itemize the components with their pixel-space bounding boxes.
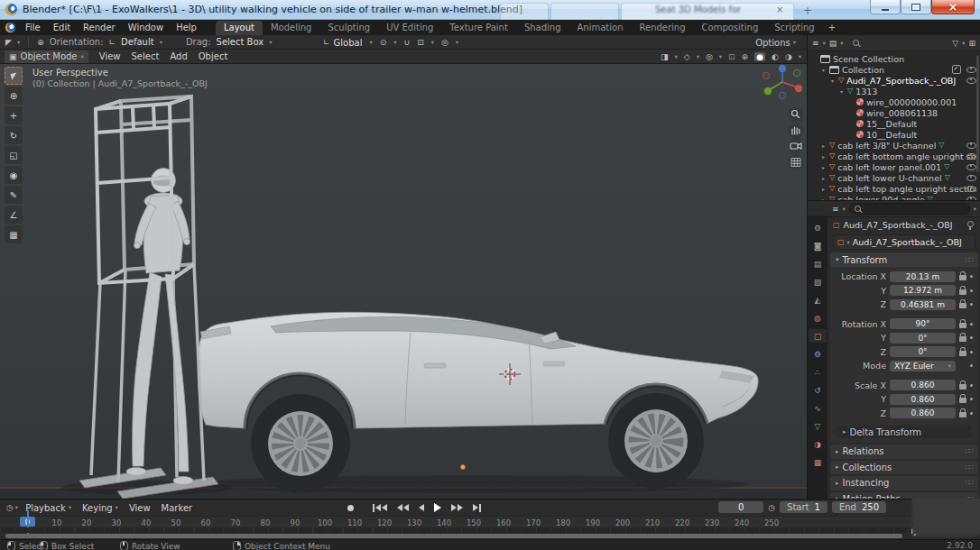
next-keyframe-button[interactable] bbox=[449, 501, 465, 514]
minimize-button[interactable] bbox=[870, 0, 901, 14]
lock-icon[interactable] bbox=[959, 398, 966, 403]
timeline-menu-marker[interactable]: Marker bbox=[156, 502, 199, 514]
maximize-button[interactable] bbox=[901, 0, 931, 14]
timeline-scrollbar[interactable] bbox=[5, 534, 902, 538]
timeline-menu-playback[interactable]: Playback▾ bbox=[20, 502, 77, 514]
menu-file[interactable]: File bbox=[19, 22, 47, 33]
y-field[interactable]: 12.972 m bbox=[890, 285, 956, 296]
scale-x-field[interactable]: 0.860 bbox=[890, 380, 956, 390]
properties-tab-object[interactable]: ▢ bbox=[809, 329, 827, 343]
delta-transform-subpanel[interactable]: ▸ Delta Transform bbox=[837, 426, 971, 438]
animate-property-dot[interactable] bbox=[970, 289, 973, 292]
hide-in-viewport-icon[interactable] bbox=[966, 78, 976, 84]
snap-target-icon[interactable]: ⊡ bbox=[417, 38, 424, 47]
toggle-ortho-grid-button[interactable] bbox=[788, 154, 804, 170]
disclosure-open-icon[interactable]: ▾ bbox=[829, 78, 836, 84]
animate-property-dot[interactable] bbox=[970, 275, 973, 278]
camera-view-button[interactable] bbox=[788, 138, 804, 154]
lock-icon[interactable] bbox=[959, 323, 966, 328]
gizmos-icon[interactable]: ◇ bbox=[684, 52, 690, 61]
close-button[interactable]: × bbox=[931, 0, 975, 14]
x-axis-handle[interactable] bbox=[795, 85, 802, 92]
measure-tool[interactable]: ∠ bbox=[5, 206, 23, 224]
rotate-tool[interactable]: ↻ bbox=[5, 126, 23, 144]
start-frame-field[interactable]: Start 1 bbox=[780, 501, 827, 513]
viewport-menu-select[interactable]: Select bbox=[126, 50, 165, 62]
outliner-row[interactable]: 10__Default bbox=[808, 129, 980, 140]
object-type-visibility-icon[interactable]: ◨ bbox=[661, 52, 669, 61]
workspace-tab-shading[interactable]: Shading bbox=[516, 21, 569, 35]
workspace-tab-scripting[interactable]: Scripting bbox=[766, 21, 822, 35]
mode-dropdown[interactable]: ▣ Object Mode ▾ bbox=[5, 50, 88, 63]
y-field[interactable]: 0° bbox=[890, 333, 956, 344]
filter-icon[interactable]: ▽ bbox=[952, 39, 958, 48]
mode-dropdown[interactable]: XYZ Euler▾ bbox=[890, 361, 956, 371]
chevron-down-icon[interactable]: ▾ bbox=[974, 206, 976, 213]
blender-app-icon[interactable] bbox=[5, 23, 15, 32]
animate-property-dot[interactable] bbox=[970, 412, 973, 415]
search-icon[interactable] bbox=[853, 40, 859, 46]
properties-tab-data[interactable]: ▽ bbox=[809, 419, 827, 433]
timeline-ruler[interactable]: 1020304050607080901001101201301401501601… bbox=[0, 516, 911, 528]
lock-icon[interactable] bbox=[959, 275, 966, 280]
outliner-row[interactable]: wire_000000000.001 bbox=[808, 96, 980, 107]
play-button[interactable] bbox=[432, 501, 443, 514]
outliner-row[interactable]: Scene Collection bbox=[808, 53, 980, 64]
annotate-tool[interactable]: ✎ bbox=[5, 186, 23, 204]
hide-in-viewport-icon[interactable] bbox=[966, 67, 976, 73]
jump-to-start-button[interactable] bbox=[371, 501, 389, 514]
hide-in-viewport-icon[interactable] bbox=[966, 153, 976, 160]
transform-tool[interactable]: ◉ bbox=[5, 166, 23, 184]
editor-type-icon[interactable]: ≡ bbox=[812, 39, 819, 48]
properties-search-input[interactable] bbox=[849, 203, 970, 215]
scrollbar-thumb[interactable] bbox=[5, 534, 902, 538]
panel-collections[interactable]: ▸Collections∷∷ bbox=[830, 461, 978, 475]
transform-panel-header[interactable]: ▾ Transform ∷∷ bbox=[830, 252, 978, 267]
rendered-shading-icon[interactable]: ◑ bbox=[785, 52, 792, 61]
timeline-menu-view[interactable]: View bbox=[124, 502, 156, 514]
properties-tab-output[interactable]: ▤ bbox=[809, 257, 827, 270]
timeline-channel-strip[interactable] bbox=[0, 527, 911, 533]
wireframe-shading-icon[interactable]: ⊕ bbox=[742, 52, 749, 61]
outliner-row[interactable]: ▸▽cab left lower U-channel▽ bbox=[808, 172, 980, 183]
drag-value[interactable]: Select Box bbox=[217, 37, 264, 47]
zoom-button[interactable] bbox=[788, 106, 804, 123]
add-workspace-button[interactable]: + bbox=[823, 21, 841, 35]
title-bar[interactable]: Blender* [C:\F\1 - ExoWalkers\1 - 3D\ ut… bbox=[0, 0, 980, 20]
end-frame-field[interactable]: End 250 bbox=[832, 501, 886, 513]
lock-icon[interactable] bbox=[959, 289, 966, 295]
properties-tab-render[interactable]: ◙ bbox=[809, 239, 827, 252]
workspace-tab-animation[interactable]: Animation bbox=[569, 21, 632, 35]
workspace-tab-texture-paint[interactable]: Texture Paint bbox=[441, 21, 516, 35]
properties-tab-texture[interactable]: ▦ bbox=[809, 455, 827, 469]
jump-to-end-button[interactable] bbox=[471, 501, 483, 514]
disclosure-closed-icon[interactable]: ▸ bbox=[820, 164, 827, 170]
object-origin-dot[interactable] bbox=[461, 465, 466, 470]
lock-icon[interactable] bbox=[959, 384, 966, 390]
current-frame-field[interactable]: 0 bbox=[718, 501, 763, 513]
lock-icon[interactable] bbox=[959, 351, 966, 356]
properties-tab-tool[interactable]: ⚙ bbox=[809, 221, 827, 234]
lock-icon[interactable] bbox=[959, 412, 966, 417]
timeline-menu-keying[interactable]: Keying▾ bbox=[77, 502, 124, 514]
outliner-row[interactable]: wire_008061138 bbox=[808, 107, 980, 118]
pivot-point-icon[interactable]: ⊙ bbox=[380, 38, 387, 47]
z-field[interactable]: 0° bbox=[890, 346, 956, 357]
hide-in-viewport-icon[interactable] bbox=[966, 175, 976, 181]
workspace-tab-compositing[interactable]: Compositing bbox=[694, 21, 767, 35]
material-preview-icon[interactable]: ◐ bbox=[772, 52, 779, 61]
menu-window[interactable]: Window bbox=[122, 22, 170, 33]
viewport-menu-object[interactable]: Object bbox=[193, 50, 234, 62]
properties-tab-particles[interactable]: ∴ bbox=[809, 365, 827, 379]
workspace-tab-sculpting[interactable]: Sculpting bbox=[319, 21, 378, 35]
checkbox-icon[interactable] bbox=[952, 65, 961, 74]
select-box-tool[interactable]: ◤ bbox=[5, 67, 23, 85]
hide-in-viewport-icon[interactable] bbox=[966, 164, 976, 170]
hide-in-viewport-icon[interactable] bbox=[966, 142, 976, 149]
z-axis-handle[interactable] bbox=[779, 65, 786, 72]
options-dropdown[interactable]: Options ▾ bbox=[755, 35, 796, 50]
animate-property-dot[interactable] bbox=[970, 323, 973, 325]
disclosure-open-icon[interactable]: ▾ bbox=[838, 88, 845, 95]
proportional-editing-icon[interactable]: ◎ bbox=[441, 38, 448, 47]
animate-property-dot[interactable] bbox=[970, 398, 973, 400]
